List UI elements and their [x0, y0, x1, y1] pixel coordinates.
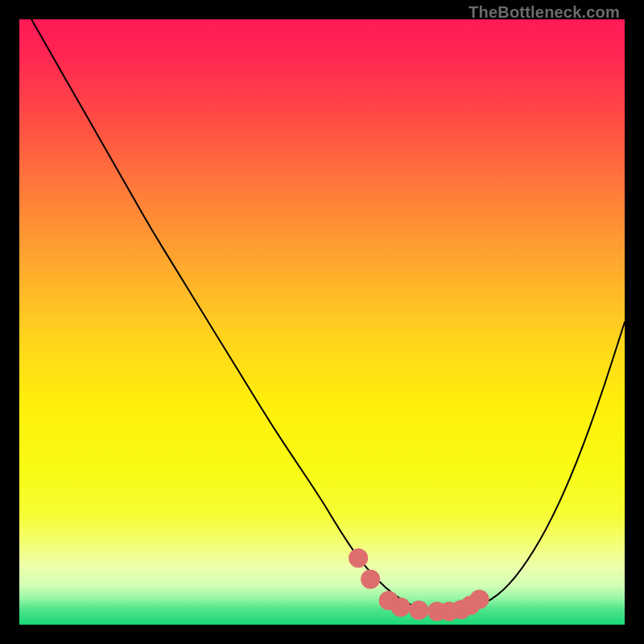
plot-area: [19, 19, 625, 625]
outer-frame: TheBottleneck.com: [0, 0, 644, 644]
curve-layer: [19, 19, 625, 625]
optimum-zone-markers: [349, 548, 489, 621]
optimum-marker: [409, 601, 428, 620]
watermark-text: TheBottleneck.com: [469, 3, 620, 22]
optimum-marker: [469, 589, 489, 609]
bottleneck-curve: [31, 19, 625, 611]
optimum-marker: [361, 570, 380, 589]
optimum-marker: [391, 597, 411, 617]
optimum-marker: [349, 548, 368, 568]
